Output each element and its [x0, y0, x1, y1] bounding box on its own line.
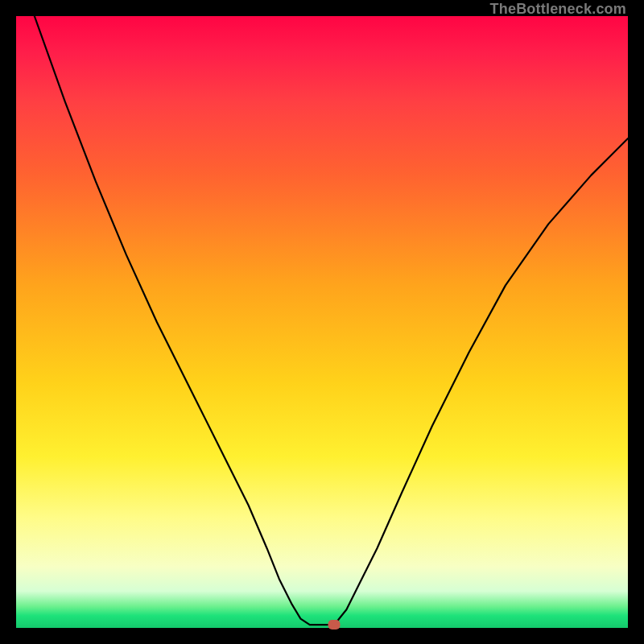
watermark-text: TheBottleneck.com	[490, 2, 626, 16]
optimal-point-marker	[328, 620, 341, 630]
plot-gradient-background	[16, 16, 628, 628]
chart-frame: TheBottleneck.com	[0, 0, 644, 644]
